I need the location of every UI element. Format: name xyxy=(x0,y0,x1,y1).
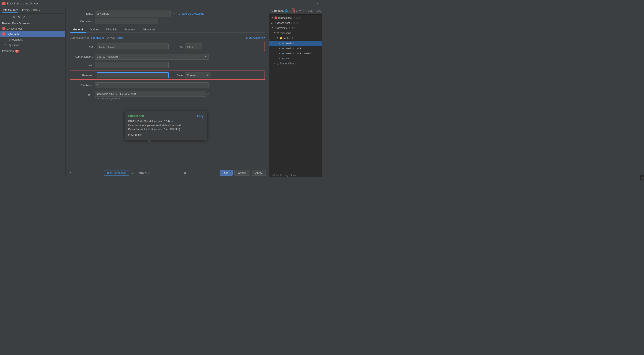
left-toolbar: + − ⧉ ⚙ ↗ ← → xyxy=(0,13,65,20)
datasource-0localhost[interactable]: 0@localhost xyxy=(0,26,65,31)
ok-button[interactable]: OK xyxy=(220,170,233,176)
table-icon: ⊟ xyxy=(282,42,284,45)
main-layout: Data Sources Drivers DDL ▾ + − ⧉ ⚙ ↗ ← →… xyxy=(0,7,322,177)
folder-icon: 📁 xyxy=(280,37,283,40)
port-input[interactable] xyxy=(185,43,202,49)
more-options-link[interactable]: More Options ▾ xyxy=(246,36,265,39)
reset-button[interactable]: ↺ xyxy=(184,171,186,175)
db-item-mianshiya[interactable]: ▶ ⊞ mianshiya xyxy=(270,31,322,36)
db-item-question-bank-question[interactable]: ▶ ⊟ question_bank_question xyxy=(270,51,322,56)
datasource-localhost-link[interactable]: ↗ @localhost xyxy=(0,37,65,42)
save-select[interactable]: Forever xyxy=(185,72,210,78)
db-item-label: Server Objects xyxy=(280,62,297,65)
tab-options[interactable]: Options xyxy=(86,27,102,33)
host-input[interactable] xyxy=(97,43,168,49)
comment-input[interactable] xyxy=(95,18,158,24)
datasource-0remote[interactable]: 0@remote xyxy=(0,31,65,37)
create-ddl-link[interactable]: Create DDL Mapping xyxy=(178,12,204,15)
help-button[interactable]: ? xyxy=(69,171,70,175)
remove-datasource-button[interactable]: − xyxy=(7,14,12,19)
db-item-localhost[interactable]: ▶ ↗ @localhost 2 of 14 xyxy=(270,20,322,25)
db-sql-icon[interactable]: SQL xyxy=(317,9,321,13)
user-input[interactable] xyxy=(95,62,168,68)
database-row: Database: xyxy=(70,82,265,88)
db-item-0localhost[interactable]: ▶ 0@localhost 2 of 16 xyxy=(270,15,322,20)
comment-row: Comment: ⤢ xyxy=(70,18,265,24)
db-grid-icon[interactable]: ⊟ xyxy=(305,9,307,13)
ping-text: Ping: 18 ms xyxy=(128,133,204,136)
sync-indicator: ○ xyxy=(173,12,175,15)
auth-select[interactable]: User & Password xyxy=(95,54,209,59)
ddl-dropdown[interactable]: DDL ▾ xyxy=(33,9,40,12)
dialog-buttons: OK Cancel Apply xyxy=(220,170,266,176)
edit-icon[interactable]: ✏ xyxy=(171,120,174,123)
password-input[interactable] xyxy=(97,72,168,78)
database-input[interactable] xyxy=(95,82,209,88)
tab-ssh-ssl[interactable]: SSH/SSL xyxy=(102,27,121,33)
db-arrow-icon[interactable]: → xyxy=(313,9,316,13)
redis-icon xyxy=(2,32,6,36)
datasource-label: @remote xyxy=(9,43,20,47)
expand-arrow: ▶ xyxy=(279,57,281,60)
expand-icon[interactable]: ⤢ xyxy=(160,20,162,22)
driver-link[interactable]: Redis xyxy=(116,36,123,39)
expand-arrow: ▶ xyxy=(271,22,274,24)
window-title: Data Sources and Drivers xyxy=(7,2,316,5)
form-area: Name: ○ Create DDL Mapping Comment: ⤢ Ge… xyxy=(66,7,269,168)
port-label: Port: xyxy=(173,45,184,48)
redis-version-badge: Redis 7.2.4 xyxy=(137,171,151,174)
db-item-label: question_bank_question xyxy=(285,52,312,55)
problems-badge: 2 xyxy=(15,50,19,52)
tab-schemas[interactable]: Schemas xyxy=(121,27,139,33)
db-item-tables[interactable]: ▶ 📁 tables 4 xyxy=(270,36,322,41)
export-button[interactable]: ↗ xyxy=(22,14,26,19)
db-item-user[interactable]: ▶ ⊟ user xyxy=(270,56,322,61)
config-button[interactable]: ⚙ xyxy=(17,14,22,19)
copy-link[interactable]: Copy xyxy=(197,114,204,118)
db-add-button[interactable]: + xyxy=(292,8,294,13)
close-button[interactable]: × xyxy=(316,1,320,6)
link-icon: ↗ xyxy=(4,38,8,41)
nav-buttons: ← → xyxy=(29,14,38,19)
tab-general[interactable]: General xyxy=(70,27,86,33)
db-item-question[interactable]: ▶ ⊟ question xyxy=(270,41,322,46)
db-list-icon[interactable]: ☰ xyxy=(289,9,291,13)
datasource-remote-link[interactable]: ↗ @remote xyxy=(0,42,65,48)
expand-arrow: ▶ xyxy=(276,37,279,39)
password-row: Password: Save: Forever xyxy=(70,70,265,80)
redis-icon xyxy=(2,27,6,30)
db-item-server-objects[interactable]: ▶ ⊡ Server Objects xyxy=(270,61,322,66)
host-row: Host: Port: xyxy=(70,42,265,51)
success-popup: Succeeded Copy DBMS: Redis Standalone (v… xyxy=(125,111,207,140)
db-item-label: mianshiya xyxy=(280,32,291,35)
url-expand-icon[interactable]: ⤢ xyxy=(207,92,209,95)
db-sync-icon[interactable]: ⇄ xyxy=(298,9,301,13)
forward-button[interactable]: → xyxy=(34,14,38,19)
db-stack-icon[interactable]: ⊞ xyxy=(302,9,304,13)
name-input[interactable] xyxy=(95,10,171,16)
tab-advanced[interactable]: Advanced xyxy=(139,27,158,33)
name-label: Name: xyxy=(70,12,93,15)
cancel-button[interactable]: Cancel xyxy=(234,170,250,176)
db-global-icon[interactable]: 🌐 xyxy=(284,9,288,13)
db-refresh-icon[interactable]: ↻ xyxy=(296,9,298,13)
standalone-link[interactable]: standalone xyxy=(91,36,104,39)
db-item-remote[interactable]: ▶ ↗ @remote 1 of 2 xyxy=(270,25,322,31)
add-datasource-button[interactable]: + xyxy=(2,14,6,19)
back-button[interactable]: ← xyxy=(29,14,34,19)
link-icon: ↗ xyxy=(274,27,276,29)
problems-label: Problems xyxy=(2,49,14,52)
test-connection-button[interactable]: Test Connection xyxy=(104,170,129,175)
copy-datasource-button[interactable]: ⧉ xyxy=(12,14,16,19)
db-item-label: tables xyxy=(284,37,290,40)
db-ddl-icon[interactable]: DDL xyxy=(308,9,312,13)
title-bar: Data Sources and Drivers × xyxy=(0,0,322,7)
success-title-row: Succeeded Copy xyxy=(128,114,204,118)
expand-arrow: ▶ xyxy=(274,62,276,65)
url-input[interactable] xyxy=(95,91,206,97)
db-item-question-bank[interactable]: ▶ ⊟ question_bank xyxy=(270,46,322,51)
tab-drivers[interactable]: Drivers xyxy=(21,7,30,13)
apply-button[interactable]: Apply xyxy=(252,170,266,176)
db-filter-icon[interactable]: ⬦ xyxy=(322,9,322,13)
tab-data-sources[interactable]: Data Sources xyxy=(2,7,18,13)
